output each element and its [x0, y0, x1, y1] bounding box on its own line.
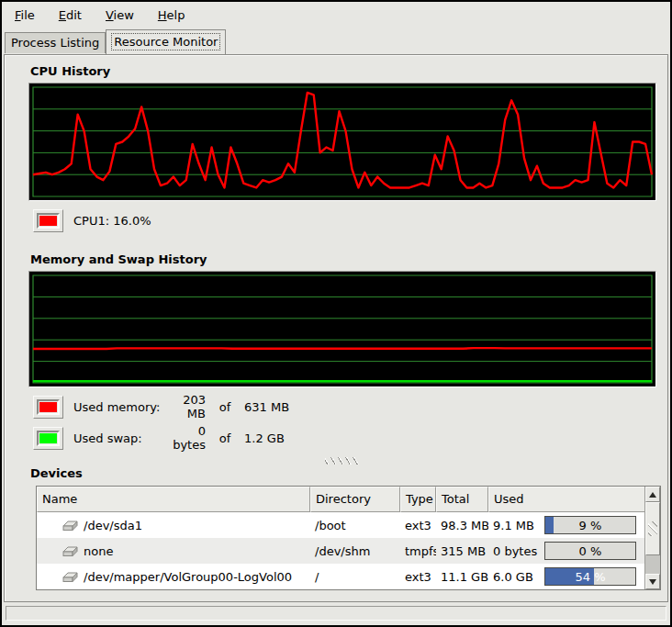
device-row[interactable]: none/dev/shmtmpfs315 MB0 bytes0 % — [37, 538, 644, 564]
device-used-cell: 6.0 GB54 % — [488, 564, 644, 589]
device-used-value: 6.0 GB — [493, 570, 533, 584]
device-directory: /boot — [310, 512, 400, 538]
up-arrow-icon — [649, 492, 656, 498]
memory-color-swatch — [39, 402, 57, 412]
tab-resource-monitor[interactable]: Resource Monitor — [106, 29, 226, 54]
device-type: tmpfs — [400, 538, 436, 564]
cpu-color-swatch — [39, 216, 57, 226]
cpu-history-title: CPU History — [30, 64, 656, 78]
cpu-legend-label: CPU1: 16.0% — [73, 214, 151, 228]
device-directory: / — [310, 564, 400, 589]
device-usage-progressbar: 54 % — [544, 567, 636, 586]
progressbar-percent-label: 9 % — [545, 517, 635, 533]
menu-bar: FileEditViewHelp — [2, 2, 670, 28]
device-row[interactable]: /dev/sda1/bootext398.3 MB9.1 MB9 % — [37, 512, 644, 538]
device-used-cell: 9.1 MB9 % — [488, 512, 644, 538]
swap-of-label: of — [206, 431, 244, 445]
devices-title: Devices — [30, 466, 656, 480]
device-name-cell: /dev/sda1 — [37, 512, 310, 538]
device-directory: /dev/shm — [310, 538, 400, 564]
memory-used-value: 203 MB — [162, 393, 206, 420]
devices-table-header: Name Directory Type Total Used — [37, 487, 644, 512]
status-bar — [4, 604, 668, 623]
device-name-cell: /dev/mapper/VolGroup00-LogVol00 — [37, 564, 310, 589]
status-frame — [6, 606, 666, 621]
progressbar-percent-label: 0 % — [545, 543, 635, 559]
column-header-name[interactable]: Name — [37, 487, 310, 512]
devices-scrollbar[interactable] — [644, 487, 660, 589]
scrollbar-grip-icon — [648, 521, 657, 536]
memory-color-swatch-button[interactable] — [33, 396, 63, 419]
system-monitor-window: { "menu": { "items": [ {"name": "file", … — [0, 0, 672, 627]
cpu-color-swatch-button[interactable] — [33, 209, 63, 232]
device-usage-progressbar: 9 % — [544, 516, 636, 534]
memory-history-title: Memory and Swap History — [30, 252, 656, 266]
cpu-history-graph — [33, 87, 652, 196]
memory-history-chart — [28, 271, 656, 387]
device-type: ext3 — [400, 512, 436, 538]
memory-legend-row: Used memory: 203 MB of 631 MB — [33, 395, 656, 419]
device-used-value: 0 bytes — [493, 544, 537, 558]
device-used-cell: 0 bytes0 % — [488, 538, 644, 564]
menu-view[interactable]: View — [94, 5, 146, 26]
menu-file[interactable]: File — [3, 5, 47, 26]
disk-icon — [62, 545, 78, 557]
tab-process-listing[interactable]: Process Listing — [5, 32, 106, 53]
down-arrow-icon — [649, 579, 656, 585]
device-row[interactable]: /dev/mapper/VolGroup00-LogVol00/ext311.1… — [37, 564, 644, 589]
device-total: 315 MB — [436, 538, 488, 564]
device-name: /dev/sda1 — [84, 519, 142, 532]
devices-table: Name Directory Type Total Used /dev/sda1… — [36, 486, 661, 590]
device-used-value: 9.1 MB — [493, 519, 534, 532]
device-total: 98.3 MB — [436, 512, 488, 538]
swap-total-value: 1.2 GB — [244, 431, 285, 445]
cpu-legend-row: CPU1: 16.0% — [33, 208, 656, 232]
memory-history-graph — [33, 275, 652, 383]
swap-legend-label: Used swap: — [73, 431, 162, 445]
scrollbar-down-button[interactable] — [645, 574, 660, 589]
tab-bar: Process Listing Resource Monitor — [2, 28, 670, 53]
disk-icon — [62, 520, 78, 532]
tab-resource-monitor-label: Resource Monitor — [112, 34, 219, 50]
column-header-type[interactable]: Type — [400, 487, 436, 512]
swap-color-swatch — [39, 433, 57, 443]
swap-used-value: 0 bytes — [162, 424, 206, 452]
device-name: none — [84, 544, 113, 558]
swap-legend-row: Used swap: 0 bytes of 1.2 GB — [33, 426, 656, 450]
device-name-cell: none — [37, 538, 310, 564]
menu-edit[interactable]: Edit — [47, 5, 94, 26]
scrollbar-trough[interactable] — [645, 555, 660, 574]
column-header-total[interactable]: Total — [436, 487, 488, 512]
pane-resize-grip[interactable] — [325, 457, 360, 465]
menu-help[interactable]: Help — [146, 5, 197, 26]
device-name: /dev/mapper/VolGroup00-LogVol00 — [84, 570, 292, 584]
resource-monitor-page: CPU History CPU1: 16.0% Memory and Swap … — [4, 54, 668, 602]
progressbar-percent-label: 54 % — [545, 568, 635, 585]
device-usage-progressbar: 0 % — [544, 542, 636, 560]
scrollbar-thumb[interactable] — [645, 502, 660, 555]
memory-of-label: of — [206, 400, 244, 414]
column-header-used[interactable]: Used — [488, 487, 644, 512]
swap-color-swatch-button[interactable] — [33, 427, 63, 450]
memory-legend-label: Used memory: — [73, 400, 162, 414]
tab-process-listing-label: Process Listing — [11, 36, 99, 50]
device-total: 11.1 GB — [436, 564, 488, 589]
devices-rows: /dev/sda1/bootext398.3 MB9.1 MB9 % none/… — [37, 512, 644, 589]
memory-total-value: 631 MB — [244, 400, 289, 414]
disk-icon — [62, 571, 78, 583]
cpu-history-chart — [28, 83, 656, 201]
column-header-directory[interactable]: Directory — [310, 487, 400, 512]
scrollbar-up-button[interactable] — [645, 487, 660, 502]
device-type: ext3 — [400, 564, 436, 589]
